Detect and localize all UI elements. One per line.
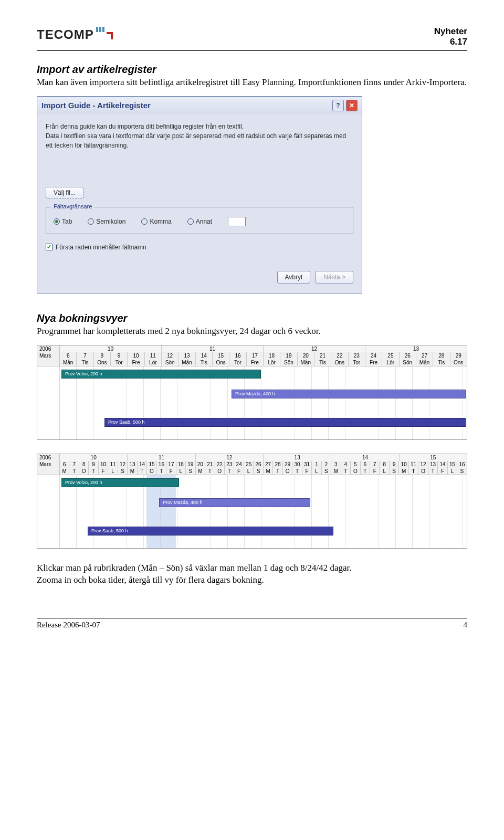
gantt2-dow-cell[interactable]: O [79,468,88,475]
gantt1-dow-cell[interactable]: Ons [450,359,467,366]
gantt2-dow-cell[interactable]: T [88,468,98,475]
gantt2-dow-cell[interactable]: M [331,468,340,475]
gantt2-dow-cell[interactable]: T [156,468,166,475]
gantt2-dow-cell[interactable]: L [108,468,117,475]
gantt1-dow-cell[interactable]: Ons [212,359,229,366]
gantt-bar[interactable]: Prov Saab, 500 h [88,527,333,536]
radio-komma[interactable]: Komma [141,218,171,225]
gantt2-dow-cell[interactable]: M [195,468,205,475]
gantt-bar[interactable]: Prov Saab, 500 h [104,418,466,427]
gantt1-dow-cell[interactable]: Tis [433,359,449,366]
gantt1-dow-cell[interactable]: Fre [127,359,144,366]
gantt1-day-cell: 28 [433,352,449,359]
gantt1-dow-cell[interactable]: Fre [246,359,263,366]
gantt1-dow-cell[interactable]: Ons [93,359,110,366]
gantt1-dow-cell[interactable]: Ons [331,359,348,366]
gantt2-dow-cell[interactable]: O [215,468,224,475]
gantt2-dow-cell[interactable]: S [185,468,195,475]
gantt2-dow-cell[interactable]: O [350,468,360,475]
gantt2-day-cell: 16 [457,461,466,468]
gantt2-dow-cell[interactable]: S [321,468,331,475]
gantt2-dow-cell[interactable]: T [69,468,78,475]
close-button[interactable]: ✕ [346,100,358,111]
gantt2-dow-cell[interactable]: O [418,468,427,475]
gantt2-dow-cell[interactable]: L [379,468,388,475]
gantt2-dow-cell[interactable]: L [311,468,321,475]
gantt2-dow-cell[interactable]: M [398,468,408,475]
gantt2-day-cell: 24 [234,461,243,468]
dialog-title-text: Import Guide - Artikelregister [41,101,151,110]
gantt2-dow-cell[interactable]: T [428,468,437,475]
gantt1-dow-cell[interactable]: Tis [195,359,212,366]
gantt1-day-cell: 7 [76,352,93,359]
gantt2-dow-cell[interactable]: M [127,468,136,475]
annat-input[interactable] [228,217,246,226]
gantt1-dow-cell[interactable]: Tis [314,359,331,366]
radio-annat[interactable]: Annat [187,218,212,225]
gantt2-dow-cell[interactable]: T [137,468,146,475]
gantt2-day-cell: 23 [224,461,234,468]
gantt2-dow-cell[interactable]: L [447,468,457,475]
gantt2-day-cell: 9 [389,461,398,468]
gantt2-dow-cell[interactable]: F [370,468,379,475]
gantt1-dow-cell[interactable]: Lör [382,359,398,366]
gantt1-dow-cell[interactable]: Sön [280,359,297,366]
gantt1-dow-cell[interactable]: Tor [348,359,365,366]
gantt1-dow-cell[interactable]: Tis [76,359,93,366]
gantt2-dow-cell[interactable]: T [292,468,301,475]
gantt2-dow-cell[interactable]: T [224,468,234,475]
gantt-bar[interactable]: Prov Mazda, 400 h [159,498,310,507]
gantt2-dow-cell[interactable]: O [282,468,292,475]
gantt2-dow-cell[interactable]: M [263,468,272,475]
gantt1-dow-cell[interactable]: Mån [297,359,314,366]
gantt2-dow-cell[interactable]: S [253,468,262,475]
dialog-titlebar: Import Guide - Artikelregister ? ✕ [37,97,362,114]
help-button[interactable]: ? [332,100,344,111]
gantt2-dow-cell[interactable]: T [272,468,282,475]
gantt-bar[interactable]: Prov Mazda, 400 h [232,390,466,398]
gantt2-day-cell: 6 [360,461,370,468]
gantt1-dow-cell[interactable]: Sön [399,359,416,366]
footer-release: Release 2006-03-07 [37,621,100,629]
gantt2-dow-cell[interactable]: S [389,468,398,475]
gantt2-dow-cell[interactable]: T [205,468,214,475]
gantt2-dow-cell[interactable]: F [98,468,108,475]
cancel-button[interactable]: Avbryt [277,271,311,284]
gantt2-dow-cell[interactable]: F [437,468,447,475]
gantt2-dow-cell[interactable]: F [166,468,175,475]
gantt1-week-cell: 11 [161,345,263,352]
radio-semikolon[interactable]: Semikolon [88,218,125,225]
gantt1-dow-cell[interactable]: Lör [144,359,161,366]
gantt2-dow-cell[interactable]: F [302,468,311,475]
radio-tab[interactable]: Tab [54,218,72,225]
gantt2-dow-cell[interactable]: L [176,468,185,475]
gantt2-dow-cell[interactable]: T [408,468,418,475]
gantt2-dow-cell[interactable]: T [360,468,370,475]
gantt2-dow-cell[interactable]: S [457,468,466,475]
header-nyheter: Nyheter 6.17 [434,26,467,47]
gantt2-dow-cell[interactable]: L [244,468,253,475]
gantt1-dow-cell[interactable]: Mån [59,359,76,366]
gantt2-dow-cell[interactable]: T [341,468,350,475]
gantt2-month: Mars [37,461,59,468]
gantt2-day-cell: 1 [311,461,321,468]
gantt-bar[interactable]: Prov Volvo, 200 h [61,370,261,379]
gantt1-dow-cell[interactable]: Lör [263,359,280,366]
choose-file-button[interactable]: Välj fil... [46,187,83,198]
gantt1-dow-cell[interactable]: Mån [178,359,195,366]
gantt1-dow-cell[interactable]: Tor [110,359,127,366]
gantt2-day-cell: 26 [253,461,262,468]
gantt2-dow-cell[interactable]: S [118,468,127,475]
gantt1-dow-cell[interactable]: Tor [229,359,246,366]
gantt2-dow-cell[interactable]: O [146,468,156,475]
gantt2-dow-cell[interactable]: M [59,468,69,475]
gantt1-dow-cell[interactable]: Sön [161,359,178,366]
gantt-bar[interactable]: Prov Volvo, 200 h [61,478,179,487]
gantt2-dow-cell[interactable]: F [234,468,243,475]
gantt1-dow-cell[interactable]: Mån [416,359,433,366]
svg-rect-1 [99,27,101,32]
gantt1-day-cell: 29 [450,352,467,359]
first-row-checkbox[interactable]: ✓ Första raden innehåller fältnamn [46,244,353,251]
gantt1-dow-cell[interactable]: Fre [365,359,382,366]
next-button[interactable]: Nästa > [316,271,353,284]
